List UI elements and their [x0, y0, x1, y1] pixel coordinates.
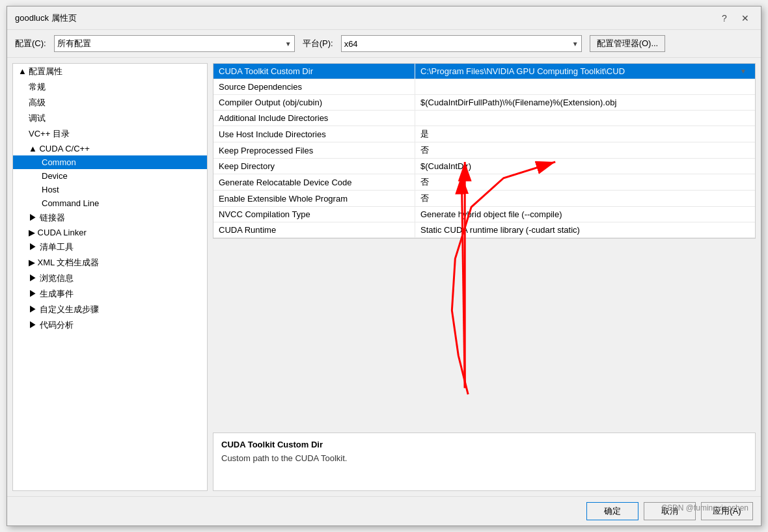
config-bar: 配置(C): 所有配置 ▼ 平台(P): x64 ▼ 配置管理器(O)...: [7, 30, 761, 58]
sidebar-item-10[interactable]: ▶ 链接器: [13, 210, 207, 226]
prop-value-text-9: Generate hybrid object file (--compile): [420, 209, 562, 219]
prop-value-6: $(CudaIntDir): [415, 159, 755, 174]
prop-value-text-0: C:\Program Files\NVIDIA GPU Computing To…: [420, 66, 625, 76]
sidebar-item-16[interactable]: ▶ 自定义生成步骤: [13, 302, 207, 317]
description-text: Custom path to the CUDA Toolkit.: [221, 453, 747, 463]
prop-value-text-10: Static CUDA runtime library (-cudart sta…: [420, 225, 580, 235]
prop-name-0: CUDA Toolkit Custom Dir: [213, 64, 415, 79]
sidebar-item-13[interactable]: ▶ XML 文档生成器: [13, 255, 207, 271]
prop-value-text-2: $(CudaIntDirFullPath)\%(Filename)%(Exten…: [420, 98, 616, 107]
platform-select[interactable]: x64 ▼: [341, 35, 582, 52]
prop-name-8: Enable Extensible Whole Program: [213, 191, 415, 206]
config-select[interactable]: 所有配置 ▼: [54, 35, 295, 52]
right-panel: CUDA Toolkit Custom DirC:\Program Files\…: [213, 63, 756, 491]
prop-value-5: 否: [415, 142, 755, 158]
prop-value-text-5: 否: [420, 144, 429, 156]
prop-name-10: CUDA Runtime: [213, 222, 415, 237]
table-row[interactable]: Additional Include Directories: [213, 111, 755, 126]
prop-value-text-8: 否: [420, 193, 429, 204]
sidebar-item-5[interactable]: ▲ CUDA C/C++: [13, 142, 207, 155]
sidebar-item-4[interactable]: VC++ 目录: [13, 126, 207, 142]
sidebar-item-9[interactable]: Command Line: [13, 196, 207, 210]
prop-value-2: $(CudaIntDirFullPath)\%(Filename)%(Exten…: [415, 95, 755, 110]
sidebar-item-8[interactable]: Host: [13, 183, 207, 196]
table-row[interactable]: Enable Extensible Whole Program否: [213, 191, 755, 207]
platform-label: 平台(P):: [303, 38, 333, 49]
table-row[interactable]: Generate Relocatable Device Code否: [213, 174, 755, 191]
prop-value-1: [415, 79, 755, 94]
prop-name-2: Compiler Output (obj/cubin): [213, 95, 415, 110]
main-content: ▲ 配置属性常规高级调试VC++ 目录▲ CUDA C/C++CommonDev…: [7, 58, 761, 496]
prop-value-3: [415, 111, 755, 126]
sidebar-item-2[interactable]: 高级: [13, 95, 207, 111]
prop-name-4: Use Host Include Directories: [213, 126, 415, 142]
config-select-arrow: ▼: [285, 40, 292, 47]
description-panel: CUDA Toolkit Custom Dir Custom path to t…: [213, 432, 756, 491]
config-manager-button[interactable]: 配置管理器(O)...: [590, 35, 666, 52]
sidebar-item-7[interactable]: Device: [13, 169, 207, 183]
prop-value-8: 否: [415, 191, 755, 206]
prop-name-6: Keep Directory: [213, 159, 415, 174]
prop-value-4: 是: [415, 126, 755, 142]
sidebar-item-3[interactable]: 调试: [13, 111, 207, 126]
prop-value-7: 否: [415, 174, 755, 190]
config-value: 所有配置: [57, 38, 91, 49]
table-row[interactable]: NVCC Compilation TypeGenerate hybrid obj…: [213, 207, 755, 222]
prop-name-1: Source Dependencies: [213, 79, 415, 94]
prop-value-0: C:\Program Files\NVIDIA GPU Computing To…: [415, 64, 755, 79]
sidebar-item-12[interactable]: ▶ 清单工具: [13, 239, 207, 255]
table-row[interactable]: Compiler Output (obj/cubin)$(CudaIntDirF…: [213, 95, 755, 111]
prop-value-text-7: 否: [420, 176, 429, 188]
prop-name-9: NVCC Compilation Type: [213, 207, 415, 222]
sidebar-item-11[interactable]: ▶ CUDA Linker: [13, 226, 207, 239]
prop-name-3: Additional Include Directories: [213, 111, 415, 126]
sidebar-item-14[interactable]: ▶ 浏览信息: [13, 271, 207, 286]
prop-value-text-6: $(CudaIntDir): [420, 161, 471, 171]
prop-value-text-4: 是: [420, 128, 429, 140]
sidebar-item-6[interactable]: Common: [13, 155, 207, 169]
config-label: 配置(C):: [15, 38, 46, 49]
ok-button[interactable]: 确定: [586, 502, 638, 520]
properties-table: CUDA Toolkit Custom DirC:\Program Files\…: [213, 63, 756, 239]
sidebar-item-1[interactable]: 常规: [13, 79, 207, 95]
close-button[interactable]: ✕: [737, 10, 753, 26]
sidebar-item-17[interactable]: ▶ 代码分析: [13, 317, 207, 333]
table-row[interactable]: Keep Preprocessed Files否: [213, 142, 755, 159]
dialog: goodluck 属性页 ? ✕ 配置(C): 所有配置 ▼ 平台(P): x6…: [7, 6, 761, 526]
dialog-title: goodluck 属性页: [15, 12, 77, 24]
sidebar: ▲ 配置属性常规高级调试VC++ 目录▲ CUDA C/C++CommonDev…: [12, 63, 208, 491]
title-bar: goodluck 属性页 ? ✕: [7, 7, 761, 30]
table-row[interactable]: Source Dependencies: [213, 79, 755, 95]
prop-name-7: Generate Relocatable Device Code: [213, 174, 415, 190]
help-button[interactable]: ?: [717, 10, 732, 26]
platform-value: x64: [344, 39, 358, 49]
watermark: CSDN @fumingxiaoshen: [661, 503, 748, 512]
prop-value-9: Generate hybrid object file (--compile): [415, 207, 755, 222]
prop-name-5: Keep Preprocessed Files: [213, 142, 415, 158]
table-row[interactable]: Keep Directory$(CudaIntDir): [213, 159, 755, 174]
sidebar-item-0[interactable]: ▲ 配置属性: [13, 64, 207, 79]
sidebar-item-15[interactable]: ▶ 生成事件: [13, 286, 207, 302]
table-row[interactable]: Use Host Include Directories是: [213, 126, 755, 142]
prop-value-dropdown-0[interactable]: ▼: [737, 68, 750, 75]
description-title: CUDA Toolkit Custom Dir: [221, 440, 747, 449]
prop-value-10: Static CUDA runtime library (-cudart sta…: [415, 222, 755, 237]
platform-select-arrow: ▼: [572, 40, 579, 47]
bottom-bar: 确定 取消 应用(A): [7, 496, 761, 525]
table-row[interactable]: CUDA Toolkit Custom DirC:\Program Files\…: [213, 64, 755, 79]
title-bar-controls: ? ✕: [717, 10, 753, 26]
properties-wrapper: CUDA Toolkit Custom DirC:\Program Files\…: [213, 63, 756, 429]
table-row[interactable]: CUDA RuntimeStatic CUDA runtime library …: [213, 222, 755, 238]
